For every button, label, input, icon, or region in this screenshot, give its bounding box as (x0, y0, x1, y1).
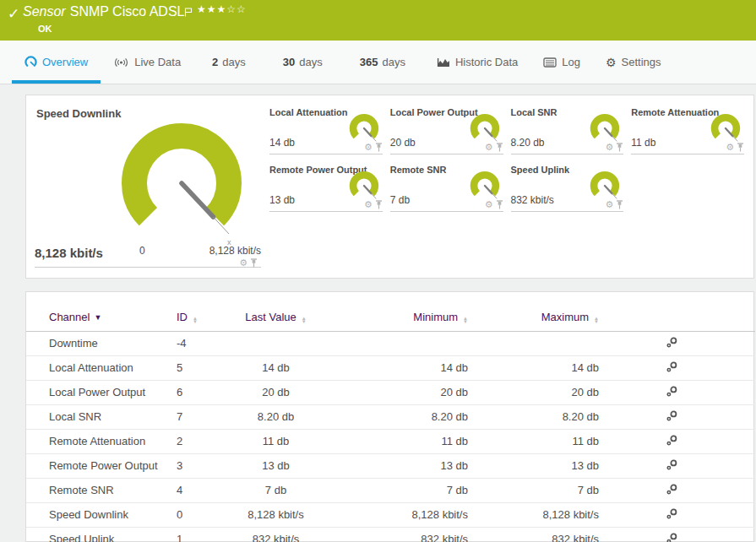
gear-icon[interactable]: ⚙ (364, 143, 373, 152)
sensor-type-label: Sensor (23, 4, 66, 19)
sort-header-id[interactable]: ID▲▼ (177, 304, 240, 331)
tab-number: 30 (283, 56, 295, 68)
channel-last-value: 832 kbit/s (240, 527, 333, 542)
channel-row: Remote SNR 4 7 db 7 db 7 db (26, 478, 755, 502)
tab-overview[interactable]: Overview (12, 41, 101, 84)
channel-minimum (333, 331, 493, 355)
priority-flag-icon[interactable] (184, 5, 193, 20)
channel-id: 0 (177, 502, 240, 527)
tab-settings[interactable]: ⚙ Settings (593, 41, 674, 84)
channel-id: 1 (177, 527, 240, 542)
channel-settings-icon[interactable] (666, 337, 677, 350)
mini-gauges-grid: Local Attenuation 14 db ⚙ Local Power Ou… (269, 107, 744, 212)
gauge-value: 11 db (631, 137, 655, 149)
channel-settings-icon[interactable] (666, 386, 677, 399)
channel-name: Local Attenuation (26, 355, 177, 380)
channel-settings-icon[interactable] (666, 459, 677, 473)
gauge-title: Speed Downlink (36, 107, 121, 120)
tab-30-days[interactable]: 30 days (264, 41, 341, 84)
channel-last-value: 7 db (240, 478, 333, 502)
sort-header-channel[interactable]: Channel▼ (26, 304, 177, 331)
channel-settings-icon[interactable] (666, 533, 677, 542)
priority-stars[interactable]: ★★★☆☆ (197, 3, 247, 15)
channel-maximum: 20 db (493, 380, 620, 404)
pin-icon[interactable] (616, 200, 623, 209)
channel-id: 2 (177, 429, 240, 453)
channel-id: -4 (177, 331, 240, 355)
mini-gauge-remote-power-output: Remote Power Output 13 db ⚙ (269, 165, 383, 212)
gauge-value: 20 db (390, 137, 416, 149)
gauge-scale-max: 8,128 kbit/s (209, 245, 261, 257)
channel-table-panel: Channel▼ ID▲▼ Last Value▲▼ Minimum▲▼ Max… (25, 291, 754, 542)
channel-id: 7 (177, 404, 240, 429)
channel-name: Remote Attenuation (26, 429, 177, 453)
channel-maximum: 832 kbit/s (493, 527, 620, 542)
log-list-icon (543, 57, 557, 68)
gear-icon[interactable]: ⚙ (605, 200, 613, 209)
channel-settings-icon[interactable] (666, 484, 677, 497)
gauge-actions: ⚙ (364, 200, 383, 209)
channel-minimum: 832 kbit/s (333, 527, 493, 542)
sort-both-icon: ▲▼ (302, 317, 307, 324)
pin-icon[interactable] (250, 258, 258, 268)
sort-header-minimum[interactable]: Minimum▲▼ (333, 304, 493, 331)
pin-icon[interactable] (496, 143, 503, 152)
gear-icon[interactable]: ⚙ (364, 200, 373, 209)
tab-label: Overview (42, 56, 88, 68)
gear-icon[interactable]: ⚙ (726, 143, 734, 152)
gauge-value: 832 kbit/s (511, 194, 554, 206)
mini-gauge-local-attenuation: Local Attenuation 14 db ⚙ (269, 107, 383, 154)
channel-row: Remote Power Output 3 13 db 13 db 13 db (26, 453, 755, 478)
sensor-title: SensorSNMP Cisco ADSL (23, 4, 184, 19)
tab-log[interactable]: Log (530, 41, 593, 84)
gear-icon: ⚙ (606, 57, 617, 68)
tab-label: days (299, 56, 322, 68)
channel-settings-icon[interactable] (666, 508, 677, 522)
tab-number: 2 (212, 56, 218, 68)
channel-row: Speed Uplink 1 832 kbit/s 832 kbit/s 832… (26, 527, 755, 542)
gear-icon[interactable]: ⚙ (605, 143, 613, 152)
sort-header-last-value[interactable]: Last Value▲▼ (240, 304, 333, 331)
tab-bar: Overview Live Data 2 days 30 days 365 da… (0, 41, 756, 84)
tab-label: Settings (622, 56, 661, 68)
channel-last-value: 11 db (240, 429, 333, 453)
sort-header-maximum[interactable]: Maximum▲▼ (493, 304, 620, 331)
stars-filled[interactable]: ★★★ (197, 3, 226, 15)
pin-icon[interactable] (737, 143, 744, 152)
tab-2-days[interactable]: 2 days (193, 41, 264, 84)
gear-icon[interactable]: ⚙ (485, 200, 493, 209)
channel-settings-icon[interactable] (666, 361, 677, 375)
channel-settings-icon[interactable] (666, 435, 677, 448)
channel-maximum: 13 db (493, 453, 620, 478)
channel-name: Remote SNR (26, 478, 177, 502)
gauges-panel: Speed Downlink x 0 8,128 kbit/s 8,128 kb… (25, 95, 754, 279)
pin-icon[interactable] (375, 143, 383, 152)
primary-gauge-speed-downlink: Speed Downlink x 0 8,128 kbit/s 8,128 kb… (35, 106, 261, 268)
sort-desc-icon: ▼ (94, 313, 101, 322)
channel-name: Speed Downlink (26, 502, 177, 527)
gauge-actions: ⚙ (726, 143, 744, 152)
stars-empty[interactable]: ☆☆ (226, 3, 247, 15)
pin-icon[interactable] (375, 200, 383, 209)
tab-label: Log (562, 56, 580, 68)
table-header-row: Channel▼ ID▲▼ Last Value▲▼ Minimum▲▼ Max… (26, 304, 755, 331)
gauge-current-value: 8,128 kbit/s (35, 246, 103, 260)
pin-icon[interactable] (496, 200, 503, 209)
header-settings-column (620, 304, 755, 331)
channel-id: 6 (177, 380, 240, 404)
channel-settings-icon[interactable] (666, 410, 677, 424)
gauge-actions: ⚙ (364, 143, 383, 152)
tab-live-data[interactable]: Live Data (101, 41, 193, 84)
gear-icon[interactable]: ⚙ (239, 258, 247, 268)
tab-label: Historic Data (455, 56, 518, 68)
channel-name: Remote Power Output (26, 453, 177, 478)
sensor-name: SNMP Cisco ADSL (70, 4, 185, 19)
sort-both-icon: ▲▼ (193, 317, 198, 324)
tab-historic-data[interactable]: Historic Data (424, 41, 530, 84)
channel-maximum: 7 db (493, 478, 620, 502)
gear-icon[interactable]: ⚙ (485, 143, 493, 152)
pin-icon[interactable] (616, 143, 623, 152)
tab-365-days[interactable]: 365 days (341, 41, 424, 84)
sensor-status-header: ✓ SensorSNMP Cisco ADSL ★★★☆☆ OK (0, 0, 756, 41)
channel-row: Local Attenuation 5 14 db 14 db 14 db (26, 355, 755, 380)
